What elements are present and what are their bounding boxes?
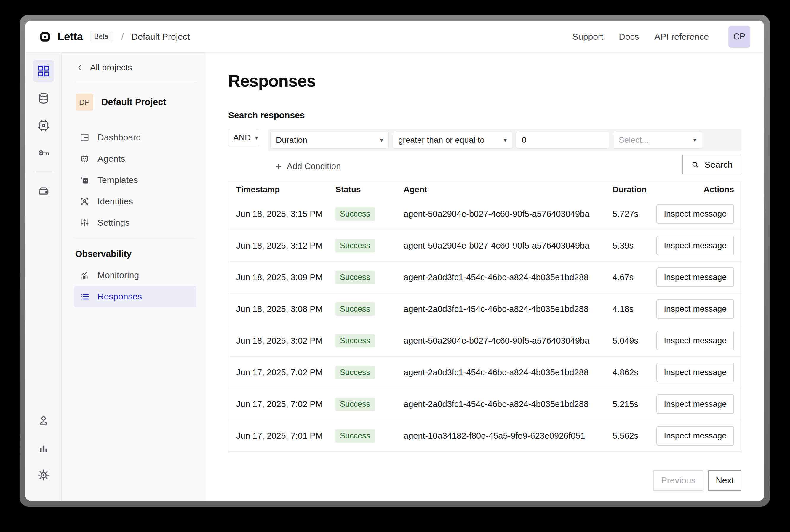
settings-sliders-icon: [79, 218, 90, 228]
condition-band: Duration ▾ greater than or equal to ▾ Se…: [268, 129, 741, 151]
sidebar-item-settings[interactable]: Settings: [74, 212, 196, 233]
field-select[interactable]: Duration ▾: [270, 132, 389, 149]
status-badge: Success: [335, 239, 375, 252]
row-duration: 4.67s: [605, 272, 652, 282]
row-agent: agent-2a0d3fc1-454c-46bc-a824-4b035e1bd2…: [396, 399, 605, 409]
unit-select-placeholder: Select...: [619, 135, 648, 145]
user-avatar[interactable]: CP: [728, 26, 750, 48]
column-header-status: Status: [328, 185, 396, 194]
row-agent: agent-2a0d3fc1-454c-46bc-a824-4b035e1bd2…: [396, 367, 605, 377]
row-agent: agent-50a2904e-b027-4c60-90f5-a576403049…: [396, 241, 605, 251]
value-input[interactable]: [522, 135, 604, 145]
sidebar-item-label: Identities: [97, 196, 133, 207]
table-row: Jun 18, 2025, 3:12 PM Success agent-50a2…: [228, 230, 741, 262]
identities-icon: [79, 196, 90, 207]
add-condition-button[interactable]: + Add Condition: [276, 161, 341, 171]
sidebar-item-templates[interactable]: Templates: [74, 169, 196, 191]
back-label: All projects: [90, 63, 132, 73]
caret-down-icon: ▾: [255, 134, 258, 141]
rail-keys-button[interactable]: [33, 142, 54, 164]
rail-storage-button[interactable]: [33, 180, 54, 202]
row-timestamp: Jun 17, 2025, 7:02 PM: [228, 367, 328, 377]
inspect-message-button[interactable]: Inspect message: [656, 394, 734, 414]
sidebar-item-agents[interactable]: Agents: [74, 148, 196, 169]
row-status: Success: [328, 302, 396, 316]
sidebar-item-identities[interactable]: Identities: [74, 191, 196, 212]
row-status: Success: [328, 207, 396, 221]
project-name: Default Project: [101, 97, 166, 108]
status-badge: Success: [335, 207, 375, 221]
back-to-all-projects[interactable]: All projects: [74, 63, 196, 73]
rail-usage-button[interactable]: [33, 437, 54, 458]
sidebar-item-label: Settings: [97, 218, 130, 228]
row-duration: 4.18s: [605, 304, 652, 314]
row-agent: agent-2a0d3fc1-454c-46bc-a824-4b035e1bd2…: [396, 272, 605, 282]
table-row: Jun 17, 2025, 7:01 PM Success agent-10a3…: [228, 420, 741, 452]
table-header: Timestamp Status Agent Duration Actions: [228, 181, 741, 198]
database-icon: [37, 92, 50, 105]
filter-actions-row: + Add Condition Search: [228, 155, 741, 174]
inspect-message-button[interactable]: Inspect message: [656, 363, 734, 382]
rail-database-button[interactable]: [33, 88, 54, 109]
row-agent: agent-50a2904e-b027-4c60-90f5-a576403049…: [396, 209, 605, 219]
nav-api-reference[interactable]: API reference: [655, 32, 709, 42]
sidebar-menu: Dashboard Agents: [74, 127, 196, 307]
main-content: Responses Search responses AND ▾ Duratio…: [205, 53, 764, 500]
top-header: Letta Beta / Default Project Support Doc…: [25, 21, 764, 53]
sidebar-item-dashboard[interactable]: Dashboard: [74, 127, 196, 148]
operator-select[interactable]: greater than or equal to ▾: [393, 132, 512, 149]
row-actions: Inspect message: [652, 236, 741, 255]
row-actions: Inspect message: [652, 204, 741, 224]
search-button[interactable]: Search: [682, 155, 741, 174]
logic-operator-select[interactable]: AND ▾: [228, 129, 259, 146]
rail-account-button[interactable]: [33, 410, 54, 431]
sidebar-item-label: Agents: [97, 154, 125, 164]
next-page-button[interactable]: Next: [708, 470, 741, 491]
list-icon: [79, 291, 90, 302]
inspect-message-button[interactable]: Inspect message: [656, 236, 734, 255]
row-status: Success: [328, 429, 396, 442]
gear-icon: [37, 469, 50, 482]
inspect-message-button[interactable]: Inspect message: [656, 299, 734, 319]
table-row: Jun 18, 2025, 3:08 PM Success agent-2a0d…: [228, 293, 741, 325]
table-row: Jun 18, 2025, 3:15 PM Success agent-50a2…: [228, 198, 741, 230]
row-status: Success: [328, 398, 396, 411]
rail-cpu-button[interactable]: [33, 115, 54, 136]
row-timestamp: Jun 17, 2025, 7:01 PM: [228, 431, 328, 441]
table-row: Jun 17, 2025, 7:02 PM Success agent-2a0d…: [228, 388, 741, 420]
previous-page-button[interactable]: Previous: [653, 470, 703, 491]
add-condition-label: Add Condition: [287, 162, 341, 171]
sidebar-item-label: Templates: [97, 175, 138, 185]
sidebar-divider: [74, 82, 196, 82]
project-row[interactable]: DP Default Project: [74, 94, 196, 111]
app-window: Letta Beta / Default Project Support Doc…: [20, 15, 770, 507]
unit-select[interactable]: Select... ▾: [613, 132, 702, 149]
sidebar-item-monitoring[interactable]: Monitoring: [74, 265, 196, 286]
row-agent: agent-50a2904e-b027-4c60-90f5-a576403049…: [396, 336, 605, 346]
pagination: Previous Next: [228, 470, 741, 491]
inspect-message-button[interactable]: Inspect message: [656, 426, 734, 445]
row-actions: Inspect message: [652, 394, 741, 414]
nav-support[interactable]: Support: [572, 32, 603, 42]
nav-docs[interactable]: Docs: [619, 32, 639, 42]
search-button-label: Search: [704, 160, 733, 170]
status-badge: Success: [335, 366, 375, 379]
status-badge: Success: [335, 429, 375, 442]
row-duration: 5.727s: [605, 209, 652, 219]
bar-chart-icon: [37, 441, 50, 454]
row-timestamp: Jun 18, 2025, 3:15 PM: [228, 209, 328, 219]
row-timestamp: Jun 18, 2025, 3:02 PM: [228, 336, 328, 346]
inspect-message-button[interactable]: Inspect message: [656, 204, 734, 224]
row-actions: Inspect message: [652, 331, 741, 350]
breadcrumb-project[interactable]: Default Project: [132, 32, 190, 42]
inspect-message-button[interactable]: Inspect message: [656, 331, 734, 350]
table-body: Jun 18, 2025, 3:15 PM Success agent-50a2…: [228, 198, 741, 452]
rail-apps-button[interactable]: [33, 60, 54, 82]
row-status: Success: [328, 271, 396, 284]
row-agent: agent-10a34182-f80e-45a5-9fe9-623e0926f0…: [396, 431, 605, 441]
inspect-message-button[interactable]: Inspect message: [656, 267, 734, 287]
sidebar-item-responses[interactable]: Responses: [74, 286, 196, 307]
rail-settings-button[interactable]: [33, 464, 54, 486]
caret-down-icon: ▾: [380, 136, 383, 144]
icon-rail: [25, 53, 62, 500]
